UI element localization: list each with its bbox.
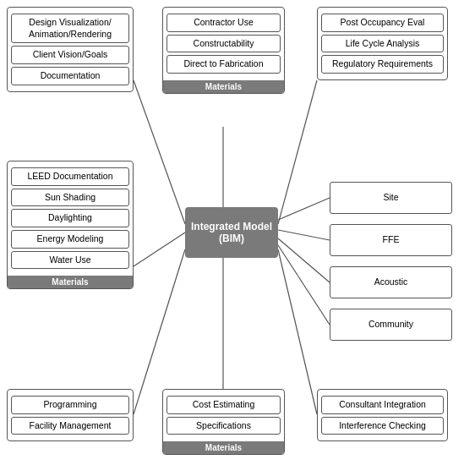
item-daylighting: Daylighting: [11, 209, 129, 227]
item-leed: LEED Documentation: [11, 167, 129, 186]
item-acoustic: Acoustic: [330, 266, 452, 298]
svg-line-2: [278, 80, 317, 224]
item-constructability: Constructability: [166, 35, 281, 53]
group-top-center: Contractor Use Constructability Direct t…: [162, 7, 285, 94]
item-life-cycle: Life Cycle Analysis: [321, 35, 444, 53]
footer-mid-left: Materials: [8, 276, 133, 288]
item-documentation: Documentation: [11, 67, 129, 85]
item-energy-modeling: Energy Modeling: [11, 230, 129, 249]
svg-line-0: [134, 80, 185, 224]
center-label: Integrated Model (BIM): [185, 221, 278, 244]
item-interference-checking: Interference Checking: [321, 417, 444, 435]
item-community: Community: [330, 309, 452, 341]
svg-line-7: [278, 245, 330, 325]
group-bot-left: Programming Facility Management: [7, 389, 134, 441]
item-post-occupancy: Post Occupancy Eval: [321, 14, 444, 32]
svg-line-5: [278, 230, 330, 240]
group-bot-center: Cost Estimating Specifications Materials: [162, 389, 285, 455]
item-ffe: FFE: [330, 224, 452, 256]
item-water-use: Water Use: [11, 251, 129, 270]
footer-top-center: Materials: [163, 80, 284, 93]
item-design-viz: Design Visualization/Animation/Rendering: [11, 14, 129, 43]
item-client-vision: Client Vision/Goals: [11, 46, 129, 64]
item-contractor-use: Contractor Use: [166, 14, 281, 32]
item-sun-shading: Sun Shading: [11, 189, 129, 207]
item-programming: Programming: [11, 396, 129, 414]
item-facility-mgmt: Facility Management: [11, 417, 129, 435]
item-specifications: Specifications: [166, 417, 281, 435]
group-mid-left: LEED Documentation Sun Shading Daylighti…: [7, 161, 134, 289]
group-top-left: Design Visualization/Animation/Rendering…: [7, 7, 134, 92]
item-cost-estimating: Cost Estimating: [166, 396, 281, 414]
svg-line-6: [278, 238, 330, 282]
item-direct-fabrication: Direct to Fabrication: [166, 55, 281, 74]
group-bot-right: Consultant Integration Interference Chec…: [317, 389, 448, 441]
item-regulatory: Regulatory Requirements: [321, 55, 444, 74]
group-top-right: Post Occupancy Eval Life Cycle Analysis …: [317, 7, 448, 80]
center-node: Integrated Model (BIM): [185, 207, 278, 258]
footer-bot-center: Materials: [163, 441, 284, 454]
item-site: Site: [330, 182, 452, 214]
diagram-container: Integrated Model (BIM) Design Visualizat…: [0, 0, 464, 476]
svg-line-3: [134, 233, 185, 266]
svg-line-4: [278, 198, 330, 220]
item-consultant-integration: Consultant Integration: [321, 396, 444, 414]
